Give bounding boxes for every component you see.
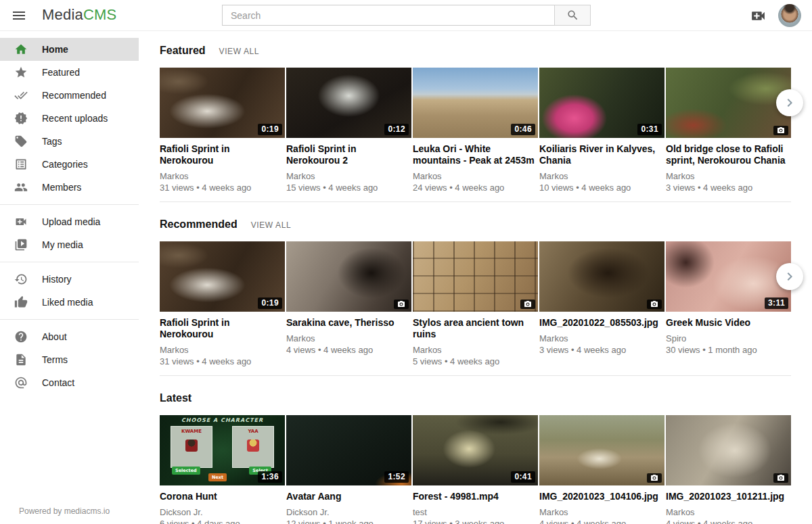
star-icon — [14, 65, 29, 80]
view-all-link[interactable]: VIEW ALL — [251, 220, 292, 230]
media-author[interactable]: Spiro — [666, 333, 791, 343]
media-meta: 12 views • 1 week ago — [286, 519, 411, 524]
media-card: 3:11Greek Music VideoSpiro30 views • 1 m… — [666, 241, 791, 375]
sidebar-item-recommended[interactable]: Recommended — [0, 84, 139, 107]
photo-badge — [773, 473, 788, 483]
media-card: IMG_20201022_085503.jpgMarkos3 views • 4… — [539, 241, 664, 375]
sidebar-item-liked-media[interactable]: Liked media — [0, 291, 139, 314]
media-meta: 5 views • 4 weeks ago — [413, 356, 538, 366]
media-author[interactable]: Markos — [666, 171, 791, 181]
sidebar-item-about[interactable]: About — [0, 325, 139, 348]
media-thumbnail[interactable] — [539, 241, 664, 312]
duration-badge: 0:12 — [384, 124, 409, 135]
sidebar-item-terms[interactable]: Terms — [0, 348, 139, 371]
media-title[interactable]: IMG_20201022_085503.jpg — [539, 317, 664, 329]
view-all-link[interactable]: VIEW ALL — [219, 47, 260, 56]
media-author[interactable]: Dickson Jr. — [160, 507, 285, 517]
section-latest: LatestCHOOSE A CHARACTERKWAMEYAASelected… — [160, 376, 791, 524]
media-author[interactable]: Markos — [413, 171, 538, 181]
media-author[interactable]: test — [413, 507, 538, 517]
camera-icon — [777, 126, 785, 135]
media-card: IMG_20201023_104106.jpgMarkos4 views • 4… — [539, 415, 664, 524]
media-title[interactable]: IMG_20201023_104106.jpg — [539, 491, 664, 502]
media-author[interactable]: Markos — [666, 507, 791, 517]
media-thumbnail[interactable]: 0:12 — [286, 68, 411, 138]
media-thumbnail[interactable]: 1:52 — [286, 415, 411, 485]
media-thumbnail[interactable] — [539, 415, 664, 485]
media-thumbnail[interactable]: CHOOSE A CHARACTERKWAMEYAASelectedNextSe… — [160, 415, 285, 485]
search-input[interactable] — [222, 5, 555, 26]
media-title[interactable]: Rafioli Sprint in Nerokourou — [160, 143, 285, 166]
camera-icon — [397, 300, 405, 308]
sidebar-item-tags[interactable]: Tags — [0, 130, 139, 153]
media-title[interactable]: Avatar Aang — [286, 491, 411, 502]
media-author[interactable]: Markos — [160, 171, 285, 181]
sidebar-item-categories[interactable]: Categories — [0, 153, 139, 176]
media-thumbnail[interactable] — [286, 241, 411, 312]
search-bar — [222, 5, 591, 26]
powered-by: Powered by mediacms.io — [19, 506, 110, 516]
media-thumbnail[interactable]: 0:19 — [160, 68, 285, 138]
media-thumbnail[interactable]: 0:19 — [160, 241, 285, 312]
media-author[interactable]: Markos — [539, 333, 664, 343]
media-author[interactable]: Markos — [539, 507, 664, 517]
menu-icon[interactable] — [11, 7, 28, 24]
duration-badge: 0:19 — [258, 297, 282, 309]
next-arrow-button[interactable] — [776, 263, 803, 290]
sidebar-divider — [0, 204, 139, 205]
logo[interactable]: MediaCMS — [42, 6, 116, 24]
media-title[interactable]: Koiliaris River in Kalyves, Chania — [539, 143, 664, 166]
media-author[interactable]: Markos — [413, 345, 538, 355]
avatar[interactable] — [778, 4, 801, 27]
media-title[interactable]: Old bridge close to Rafioli sprint, Nero… — [666, 143, 791, 166]
media-meta: 31 views • 4 weeks ago — [160, 183, 285, 193]
media-title[interactable]: Sarakina cave, Therisso — [286, 317, 411, 329]
media-thumbnail[interactable]: 0:41 — [413, 415, 538, 485]
section-title: Featured — [160, 45, 206, 57]
media-title[interactable]: Corona Hunt — [160, 491, 285, 502]
sidebar-item-history[interactable]: History — [0, 268, 139, 291]
media-thumbnail[interactable]: 0:31 — [539, 68, 664, 138]
sidebar-item-recent-uploads[interactable]: Recent uploads — [0, 107, 139, 130]
sidebar-item-home[interactable]: Home — [0, 38, 139, 61]
home-icon — [14, 42, 29, 57]
media-thumbnail[interactable] — [666, 68, 791, 138]
media-thumbnail[interactable] — [413, 241, 538, 312]
next-arrow-button[interactable] — [776, 89, 803, 116]
sidebar: HomeFeaturedRecommendedRecent uploadsTag… — [0, 31, 139, 524]
sidebar-item-label: Members — [42, 182, 81, 193]
media-title[interactable]: Forest - 49981.mp4 — [413, 491, 538, 502]
media-card: Old bridge close to Rafioli sprint, Nero… — [666, 68, 791, 201]
chevron-right-icon — [782, 268, 798, 285]
media-author[interactable]: Markos — [539, 171, 664, 181]
media-author[interactable]: Markos — [286, 171, 411, 181]
categories-icon — [14, 157, 29, 172]
media-thumbnail[interactable]: 0:46 — [413, 68, 538, 138]
sidebar-item-upload-media[interactable]: Upload media — [0, 210, 139, 233]
sidebar-divider — [0, 319, 139, 320]
sidebar-item-contact[interactable]: Contact — [0, 371, 139, 394]
media-author[interactable]: Dickson Jr. — [286, 507, 411, 517]
sidebar-item-featured[interactable]: Featured — [0, 61, 139, 84]
media-title[interactable]: Greek Music Video — [666, 317, 791, 329]
media-title[interactable]: Stylos area ancient town ruins — [413, 317, 538, 340]
media-author[interactable]: Markos — [160, 345, 285, 355]
media-title[interactable]: Rafioli Sprint in Nerokourou — [160, 317, 285, 340]
sidebar-divider — [0, 262, 139, 262]
media-card: IMG_20201023_101211.jpgMarkos4 views • 4… — [666, 415, 791, 524]
media-title[interactable]: Rafioli Sprint in Nerokourou 2 — [286, 143, 411, 166]
media-author[interactable]: Markos — [286, 333, 411, 343]
media-thumbnail[interactable]: 3:11 — [666, 241, 791, 312]
media-meta: 10 views • 4 weeks ago — [539, 183, 664, 193]
thumb-up-icon — [14, 295, 29, 310]
section-featured: FeaturedVIEW ALL0:19Rafioli Sprint in Ne… — [160, 31, 791, 202]
upload-media-button[interactable] — [750, 7, 767, 24]
sidebar-item-label: Tags — [42, 136, 62, 147]
media-thumbnail[interactable] — [666, 415, 791, 485]
sidebar-item-label: My media — [42, 239, 83, 250]
sidebar-item-members[interactable]: Members — [0, 176, 139, 199]
sidebar-item-my-media[interactable]: My media — [0, 233, 139, 256]
media-title[interactable]: IMG_20201023_101211.jpg — [666, 491, 791, 502]
search-button[interactable] — [554, 5, 591, 26]
media-title[interactable]: Leuka Ori - White mountains - Peak at 24… — [413, 143, 538, 166]
